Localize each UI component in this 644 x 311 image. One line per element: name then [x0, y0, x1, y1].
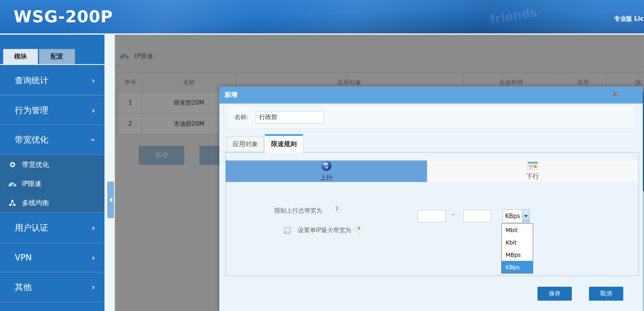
upstream-label: 上行 — [320, 174, 333, 182]
sidebar-tab-modules[interactable]: 模块 — [3, 49, 38, 64]
help-icon[interactable]: ? — [333, 205, 341, 213]
sidebar-item-label: 行为管理 — [15, 105, 48, 116]
bandwidth-min-input[interactable] — [418, 210, 446, 222]
submenu-item-ip-limit[interactable]: IP限速 — [0, 174, 104, 193]
sidebar-item-user-auth[interactable]: 用户认证 — [0, 212, 104, 243]
sidebar-tab-bar: 模块 配置 — [0, 35, 104, 65]
unit-combobox[interactable]: KBps — [502, 209, 530, 223]
submenu-item-multiline-balance[interactable]: 多线均衡 — [0, 193, 104, 212]
chevron-down-icon[interactable] — [522, 210, 529, 222]
name-input[interactable] — [256, 111, 324, 123]
sidebar-item-label: 用户认证 — [15, 222, 48, 233]
unit-value: KBps — [503, 210, 522, 222]
sidebar-item-behavior-mgmt[interactable]: 行为管理 — [0, 95, 104, 125]
close-icon[interactable]: ✕ — [612, 91, 618, 98]
dialog-title: 新增 — [225, 91, 237, 99]
sidebar-item-label: 带宽优化 — [15, 134, 48, 145]
submenu-item-label: 多线均衡 — [22, 198, 49, 207]
collapse-arrow-icon — [109, 198, 112, 202]
sidebar-collapse-handle[interactable] — [107, 182, 114, 218]
circle-icon — [8, 162, 17, 167]
total-bandwidth-label: 限制上行总带宽为 — [274, 207, 322, 215]
sidebar-gutter — [104, 35, 115, 311]
unit-option-kbps[interactable]: KBps — [502, 261, 533, 273]
unit-option-mbit[interactable]: Mbit — [502, 224, 533, 236]
chevron-right-icon — [92, 224, 95, 232]
sidebar-item-label: 查询统计 — [15, 75, 48, 86]
network-icon — [8, 200, 17, 206]
page-icon — [528, 162, 538, 172]
bandwidth-submenu: 带宽优化 IP限速 多线均衡 — [0, 155, 104, 212]
top-header: friends WSG-200P 专业版 Lic — [0, 0, 644, 33]
sidebar-item-partial — [0, 302, 104, 311]
sidebar-item-label: 其他 — [15, 282, 32, 293]
app-root: friends WSG-200P 专业版 Lic 模块 配置 查询统计 行为管理… — [0, 0, 644, 311]
tab-apply-objects[interactable]: 应用对象 — [226, 137, 264, 152]
sidebar-menu: 查询统计 行为管理 带宽优化 带宽优化 IP — [0, 66, 104, 311]
chevron-right-icon — [92, 283, 95, 291]
sidebar-item-label: VPN — [15, 253, 32, 262]
dialog-title-bar: 新增 — [219, 86, 643, 104]
downstream-label: 下行 — [526, 172, 539, 181]
license-badge: 专业版 Lic — [614, 15, 644, 23]
sidebar-item-other[interactable]: 其他 — [0, 272, 104, 302]
globe-icon — [321, 160, 332, 173]
name-field-panel: 名称: — [227, 106, 635, 129]
help-icon[interactable]: ? — [355, 225, 362, 233]
sidebar: 模块 配置 查询统计 行为管理 带宽优化 带宽优化 — [0, 35, 104, 311]
cancel-button[interactable]: 取消 — [589, 287, 623, 301]
add-dialog: 新增 ✕ 名称: 应用对象 限速规则 上行 — [219, 86, 643, 311]
submenu-item-bandwidth-opt[interactable]: 带宽优化 — [0, 155, 104, 174]
gauge-icon — [8, 181, 17, 187]
sidebar-tab-config[interactable]: 配置 — [39, 49, 75, 64]
range-separator: – — [452, 211, 455, 218]
submenu-item-label: 带宽优化 — [22, 160, 49, 169]
tab-speed-rules[interactable]: 限速规则 — [265, 134, 303, 153]
unit-dropdown-list: Mbit Kbit MBps KBps — [501, 223, 533, 274]
per-ip-label: 设置单IP最大带宽为 — [298, 227, 351, 234]
app-logo: WSG-200P — [14, 7, 113, 26]
chevron-right-icon — [92, 106, 95, 114]
unit-option-kbit[interactable]: Kbit — [502, 236, 533, 248]
unit-option-mbps[interactable]: MBps — [502, 248, 533, 261]
per-ip-checkbox[interactable] — [284, 227, 291, 234]
downstream-tab[interactable]: 下行 — [427, 160, 638, 182]
save-button[interactable]: 保存 — [538, 287, 572, 301]
upstream-tab[interactable]: 上行 — [226, 160, 427, 182]
submenu-item-label: IP限速 — [22, 179, 41, 188]
chevron-down-icon — [89, 138, 97, 141]
chevron-right-icon — [92, 254, 95, 262]
sidebar-item-vpn[interactable]: VPN — [0, 243, 104, 272]
chevron-right-icon — [92, 76, 95, 84]
name-label: 名称: — [234, 113, 248, 121]
sidebar-item-query-stats[interactable]: 查询统计 — [0, 66, 104, 95]
bandwidth-max-input[interactable] — [463, 210, 491, 222]
keyboard-watermark: friends — [489, 5, 538, 26]
sidebar-item-bandwidth-opt[interactable]: 带宽优化 — [0, 125, 104, 155]
